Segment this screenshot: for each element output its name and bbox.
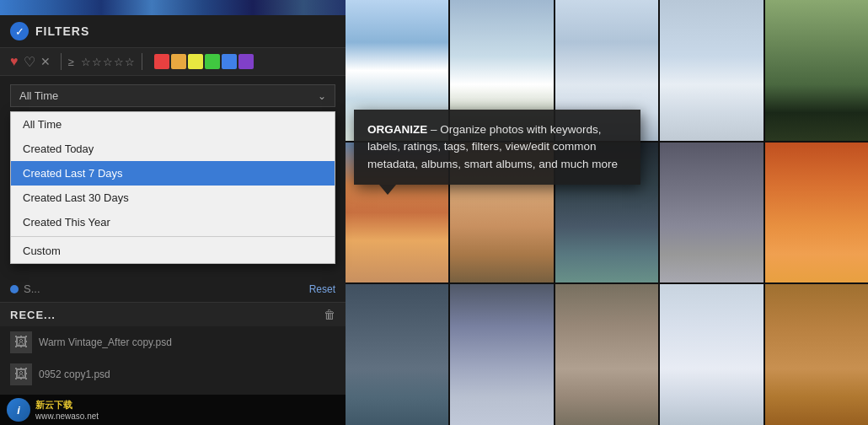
- date-dropdown-container: All Time ⌄ All Time Created Today Create…: [0, 76, 346, 110]
- date-selector-label: All Time: [19, 89, 58, 102]
- photo-cell-11: [346, 284, 448, 425]
- photo-cell-15: [765, 284, 868, 425]
- reset-button[interactable]: Reset: [309, 283, 335, 295]
- photo-cell-12: [450, 284, 553, 425]
- file-item-1[interactable]: 🖼 Warm Vintage_After copy.psd: [0, 326, 346, 358]
- recent-title: RECE...: [10, 309, 56, 321]
- heart-filled-icon[interactable]: ♥: [10, 54, 19, 69]
- photo-landscape: [765, 284, 868, 425]
- color-swatches[interactable]: [154, 54, 254, 69]
- filters-check-icon[interactable]: ✓: [10, 22, 29, 40]
- info-arrow: [379, 185, 396, 195]
- filter-active-dot: [10, 285, 19, 293]
- photo-grid: ORGANIZE – Organize photos with keywords…: [346, 0, 868, 425]
- photo-skiiers-2: [660, 0, 763, 141]
- chevron-down-icon: ⌄: [318, 90, 326, 102]
- file-name-2: 0952 copy1.psd: [39, 369, 110, 380]
- toolbar-divider-2: [142, 53, 142, 70]
- toolbar-divider: [61, 53, 62, 70]
- close-icon[interactable]: ✕: [40, 55, 51, 68]
- dropdown-item-alltime[interactable]: All Time: [11, 112, 335, 137]
- file-name-1: Warm Vintage_After copy.psd: [39, 336, 172, 348]
- swatch-red[interactable]: [154, 54, 169, 69]
- file-thumbnail-2: 🖼: [10, 363, 32, 385]
- swatch-purple[interactable]: [238, 54, 254, 69]
- photo-monkeys: [555, 284, 658, 425]
- file-item-2[interactable]: 🖼 0952 copy1.psd: [0, 358, 346, 390]
- photo-river: [346, 284, 448, 425]
- date-selector[interactable]: All Time ⌄: [10, 84, 335, 107]
- filter-search-label: S...: [24, 282, 40, 295]
- filter-reset-row: S... Reset: [0, 279, 346, 299]
- filter-toolbar: ♥ ♡ ✕ ≥ ☆ ☆ ☆ ☆ ☆: [0, 47, 346, 76]
- photo-alone: [450, 284, 553, 425]
- dropdown-item-custom[interactable]: Custom: [11, 236, 335, 263]
- photo-skiier-solo: [660, 284, 763, 425]
- watermark-logo: i: [7, 398, 30, 422]
- stars-filter[interactable]: ☆ ☆ ☆ ☆ ☆: [81, 56, 135, 68]
- photo-gorilla: [765, 0, 868, 141]
- top-image-strip: [0, 0, 346, 15]
- photo-cell-4: [660, 0, 763, 141]
- info-overlay: ORGANIZE – Organize photos with keywords…: [354, 110, 640, 185]
- watermark-url: www.newaso.net: [35, 412, 99, 421]
- dropdown-item-today[interactable]: Created Today: [11, 137, 335, 161]
- dropdown-item-7days[interactable]: Created Last 7 Days: [11, 161, 335, 186]
- filters-header: ✓ FILTERS: [0, 15, 346, 47]
- swatch-orange[interactable]: [171, 54, 186, 69]
- photo-overcast: [660, 143, 763, 283]
- dropdown-item-30days[interactable]: Created Last 30 Days: [11, 186, 335, 210]
- trash-icon[interactable]: 🗑: [324, 308, 335, 321]
- gte-symbol: ≥: [68, 56, 74, 68]
- watermark: i 新云下载 www.newaso.net: [0, 395, 346, 425]
- file-thumbnail-1: 🖼: [10, 331, 32, 353]
- photo-cell-10: [765, 143, 868, 283]
- photo-sunset: [765, 143, 868, 283]
- swatch-yellow[interactable]: [188, 54, 203, 69]
- watermark-brand: 新云下载: [35, 399, 99, 412]
- overlay-keyword: ORGANIZE: [367, 123, 427, 136]
- dropdown-item-thisyear[interactable]: Created This Year: [11, 210, 335, 234]
- left-panel: ✓ FILTERS ♥ ♡ ✕ ≥ ☆ ☆ ☆ ☆ ☆ All Time: [0, 0, 346, 425]
- recent-section-header: RECE... 🗑: [0, 302, 346, 326]
- overlay-dash: –: [427, 123, 440, 136]
- filters-title: FILTERS: [35, 24, 89, 38]
- photo-cell-5: [765, 0, 868, 141]
- heart-outline-icon[interactable]: ♡: [24, 54, 35, 70]
- date-dropdown-menu: All Time Created Today Created Last 7 Da…: [10, 111, 335, 264]
- photo-cell-9: [660, 143, 763, 283]
- photo-cell-13: [555, 284, 658, 425]
- photo-cell-14: [660, 284, 763, 425]
- swatch-blue[interactable]: [222, 54, 237, 69]
- swatch-green[interactable]: [205, 54, 220, 69]
